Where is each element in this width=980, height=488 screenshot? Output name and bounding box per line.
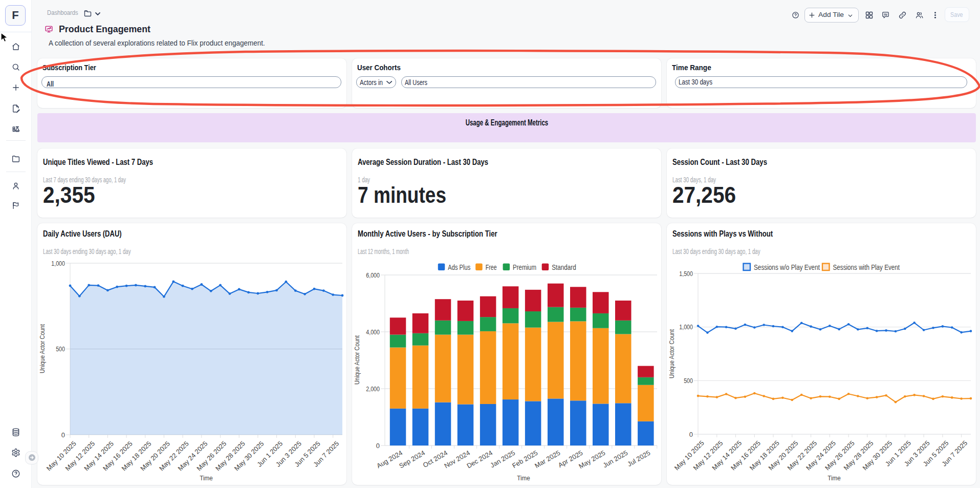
svg-text:0: 0 — [376, 442, 380, 450]
svg-text:Unique Actor Count: Unique Actor Count — [38, 324, 46, 373]
svg-text:Standard: Standard — [552, 263, 576, 271]
svg-text:Mar 2025: Mar 2025 — [533, 449, 561, 470]
svg-text:2,000: 2,000 — [366, 385, 380, 393]
svg-text:Time: Time — [200, 474, 213, 482]
svg-text:Unique Actor Count: Unique Actor Count — [668, 329, 676, 378]
svg-text:Jun 2025: Jun 2025 — [601, 449, 629, 470]
svg-text:Time: Time — [827, 474, 841, 482]
svg-text:Unique Actor Count: Unique Actor Count — [353, 335, 361, 385]
svg-text:Sep 2024: Sep 2024 — [398, 449, 426, 470]
svg-text:1,500: 1,500 — [679, 270, 693, 278]
svg-text:Time: Time — [517, 474, 530, 482]
svg-text:Premium: Premium — [513, 263, 536, 271]
svg-text:6,000: 6,000 — [366, 271, 380, 279]
svg-text:1,000: 1,000 — [51, 260, 65, 267]
svg-text:Sessions with Play Event: Sessions with Play Event — [833, 263, 900, 271]
svg-text:Ads Plus: Ads Plus — [448, 263, 470, 271]
svg-text:0: 0 — [61, 431, 65, 439]
svg-text:1,000: 1,000 — [679, 323, 693, 331]
svg-text:0: 0 — [689, 431, 693, 438]
svg-text:Jul 2025: Jul 2025 — [626, 449, 651, 469]
svg-text:500: 500 — [56, 345, 65, 353]
svg-text:4,000: 4,000 — [366, 328, 380, 336]
svg-text:Dec 2024: Dec 2024 — [465, 449, 494, 470]
svg-text:Sessions w/o Play Event: Sessions w/o Play Event — [754, 263, 820, 271]
svg-text:Free: Free — [486, 263, 497, 271]
svg-text:500: 500 — [684, 377, 693, 385]
svg-text:Feb 2025: Feb 2025 — [511, 449, 539, 470]
